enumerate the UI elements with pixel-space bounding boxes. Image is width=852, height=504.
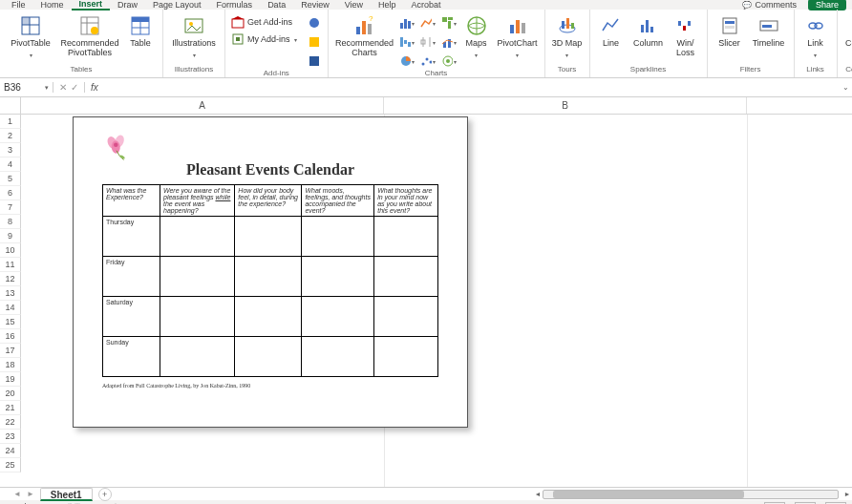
column-chart-icon[interactable] — [399, 15, 415, 31]
column-header-A[interactable]: A — [21, 97, 384, 114]
table-button[interactable]: Table — [124, 15, 157, 49]
row-header-15[interactable]: 15 — [0, 315, 21, 329]
combo-chart-icon[interactable] — [441, 34, 457, 50]
cancel-formula-icon[interactable]: ✕ — [59, 82, 67, 93]
row-header-19[interactable]: 19 — [0, 372, 21, 387]
row-header-1[interactable]: 1 — [0, 115, 21, 129]
sparkline-winloss-button[interactable]: Win/ Loss — [671, 15, 701, 58]
pivotchart-button[interactable]: PivotChart▾ — [497, 15, 539, 58]
link-button[interactable]: Link▾ — [800, 15, 831, 58]
slicer-button[interactable]: Slicer — [714, 15, 746, 49]
sparkline-column-button[interactable]: Column — [630, 15, 667, 49]
get-addins-button[interactable]: Get Add-ins — [231, 15, 297, 29]
cells-area[interactable]: Pleasant Events Calendar What was the Ex… — [21, 115, 852, 487]
row-header-18[interactable]: 18 — [0, 358, 21, 372]
row-header-2[interactable]: 2 — [0, 129, 21, 143]
surface-chart-icon[interactable] — [441, 53, 457, 69]
waterfall-chart-icon[interactable] — [399, 34, 415, 50]
sparkline-line-button[interactable]: Line — [596, 15, 627, 49]
line-chart-icon[interactable] — [420, 15, 436, 31]
tab-page-layout[interactable]: Page Layout — [145, 0, 209, 10]
tab-draw[interactable]: Draw — [110, 0, 145, 10]
row-header-17[interactable]: 17 — [0, 344, 21, 358]
row-header-23[interactable]: 23 — [0, 430, 21, 444]
hscroll-right-icon[interactable]: ► — [842, 491, 852, 497]
table-icon — [130, 15, 151, 36]
horizontal-scrollbar[interactable] — [543, 490, 839, 499]
svg-rect-52 — [641, 25, 644, 32]
row-header-3[interactable]: 3 — [0, 143, 21, 158]
tab-help[interactable]: Help — [371, 0, 404, 10]
group-links: Link▾ Links — [795, 10, 838, 77]
row-header-21[interactable]: 21 — [0, 401, 21, 415]
group-label-sparklines: Sparklines — [596, 65, 701, 75]
visio-addin-icon[interactable] — [307, 53, 322, 69]
svg-rect-9 — [132, 17, 149, 22]
group-label-comments: Comments — [843, 65, 852, 75]
hierarchy-chart-icon[interactable] — [441, 15, 457, 31]
svg-rect-32 — [408, 42, 411, 47]
recommended-pivot-icon — [79, 15, 100, 36]
row-header-4[interactable]: 4 — [0, 158, 21, 172]
timeline-button[interactable]: Timeline — [750, 15, 788, 49]
fx-icon[interactable]: fx — [85, 82, 104, 93]
svg-rect-45 — [510, 25, 514, 33]
bing-maps-addin-icon[interactable] — [307, 15, 322, 31]
row-header-25[interactable]: 25 — [0, 458, 21, 472]
row-header-7[interactable]: 7 — [0, 200, 21, 215]
comments-button[interactable]: Comments — [736, 0, 802, 10]
tab-view[interactable]: View — [337, 0, 371, 10]
statistic-chart-icon[interactable] — [420, 34, 436, 50]
row-header-16[interactable]: 16 — [0, 329, 21, 344]
sheet-tab-sheet1[interactable]: Sheet1 — [40, 488, 93, 501]
tab-home[interactable]: Home — [33, 0, 72, 10]
row-header-11[interactable]: 11 — [0, 258, 21, 272]
row-header-20[interactable]: 20 — [0, 387, 21, 401]
my-addins-button[interactable]: My Add-ins — [231, 32, 297, 46]
row-header-9[interactable]: 9 — [0, 229, 21, 243]
people-graph-addin-icon[interactable] — [307, 34, 322, 50]
tab-data[interactable]: Data — [260, 0, 293, 10]
group-label-tours: Tours — [551, 65, 584, 75]
svg-rect-30 — [400, 37, 403, 47]
recommended-charts-button[interactable]: ? Recommended Charts — [334, 15, 395, 58]
svg-rect-51 — [571, 23, 574, 29]
row-header-6[interactable]: 6 — [0, 186, 21, 200]
pivottable-button[interactable]: PivotTable▾ — [6, 15, 55, 58]
row-header-13[interactable]: 13 — [0, 286, 21, 301]
tab-review[interactable]: Review — [293, 0, 337, 10]
recommended-pivottables-button[interactable]: Recommended PivotTables — [59, 15, 120, 58]
link-icon — [805, 15, 826, 36]
sheet-nav-next-icon[interactable]: ► — [27, 490, 34, 498]
maps-button[interactable]: Maps▾ — [460, 15, 493, 58]
pie-chart-icon[interactable] — [399, 53, 415, 69]
group-label-charts: Charts — [334, 69, 539, 79]
svg-text:?: ? — [369, 15, 373, 23]
row-header-5[interactable]: 5 — [0, 172, 21, 186]
svg-point-17 — [309, 18, 319, 28]
tab-formulas[interactable]: Formulas — [209, 0, 261, 10]
row-header-22[interactable]: 22 — [0, 415, 21, 430]
row-header-12[interactable]: 12 — [0, 272, 21, 286]
sheet-nav-prev-icon[interactable]: ◄ — [13, 490, 21, 498]
expand-formula-bar-icon[interactable]: ⌄ — [839, 83, 852, 92]
column-header-B[interactable]: B — [384, 97, 747, 114]
comment-button[interactable]: Comment — [843, 15, 852, 49]
sparkline-line-icon — [601, 15, 622, 36]
scatter-chart-icon[interactable] — [420, 53, 436, 69]
embedded-document[interactable]: Pleasant Events Calendar What was the Ex… — [73, 116, 468, 428]
row-header-14[interactable]: 14 — [0, 301, 21, 315]
enter-formula-icon[interactable]: ✓ — [71, 82, 78, 93]
document-citation: Adapted from Full Catastrophe Living, by… — [102, 383, 438, 388]
3d-map-button[interactable]: 3D Map▾ — [551, 15, 584, 58]
new-sheet-button[interactable]: + — [98, 488, 112, 501]
illustrations-button[interactable]: Illustrations▾ — [169, 15, 219, 58]
name-box[interactable]: B36▾ — [0, 82, 53, 93]
tab-file[interactable]: File — [4, 0, 33, 10]
tab-acrobat[interactable]: Acrobat — [404, 0, 449, 10]
row-header-10[interactable]: 10 — [0, 243, 21, 258]
select-all-cell[interactable] — [0, 97, 21, 114]
row-header-24[interactable]: 24 — [0, 444, 21, 458]
row-header-8[interactable]: 8 — [0, 215, 21, 229]
hscroll-left-icon[interactable]: ◄ — [533, 491, 543, 497]
